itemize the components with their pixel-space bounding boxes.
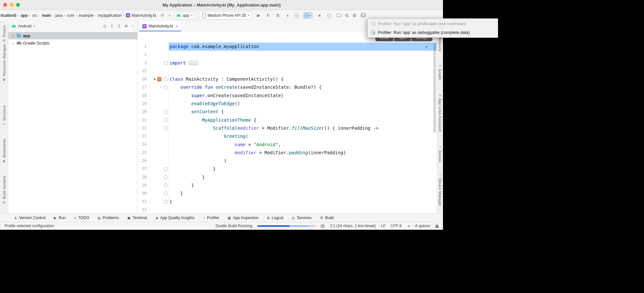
tool-stripe-item[interactable]: ▯Device Manager bbox=[437, 174, 443, 206]
tab-mainactivity[interactable]: K MainActivity.kt ✕ bbox=[139, 21, 182, 31]
tool-window-button-profiler[interactable]: ◔Profiler bbox=[203, 216, 219, 220]
code-text[interactable] bbox=[169, 206, 437, 214]
code-text[interactable] bbox=[169, 67, 437, 75]
breadcrumb-item[interactable]: src bbox=[32, 13, 37, 18]
inspection-ok-check-icon[interactable]: ✓ bbox=[425, 45, 428, 50]
indent-setting[interactable]: 4 spaces bbox=[415, 224, 430, 228]
apply-changes-icon[interactable]: ↻ bbox=[265, 13, 271, 18]
fold-marker[interactable] bbox=[164, 118, 168, 122]
tool-stripe-item[interactable]: Resource Manager▦ bbox=[0, 44, 8, 81]
fold-marker[interactable] bbox=[164, 86, 168, 89]
compose-gutter-icon[interactable]: <> bbox=[157, 77, 161, 81]
tool-stripe-item[interactable]: ●Gradle bbox=[437, 64, 443, 80]
breadcrumb-item[interactable]: MainActivity.kt bbox=[131, 13, 156, 18]
fold-marker[interactable] bbox=[164, 167, 168, 171]
device-manager-pill-icon[interactable] bbox=[336, 14, 341, 17]
code-text[interactable]: name = "Android", bbox=[169, 141, 437, 149]
tool-window-button-build[interactable]: ⚒Build bbox=[320, 216, 334, 220]
panel-settings-gear-icon[interactable]: ⚙ bbox=[124, 24, 128, 28]
tool-window-button-services[interactable]: ◎Services bbox=[292, 216, 312, 220]
settings-gear-icon[interactable]: ⚙ bbox=[352, 13, 357, 18]
code-text[interactable]: } bbox=[169, 173, 437, 181]
tool-stripe-item[interactable]: Build Variants▥ bbox=[0, 176, 8, 204]
vcs-widget[interactable]: ↺ ▾ bbox=[159, 13, 170, 18]
code-text[interactable] bbox=[169, 51, 437, 59]
code-text[interactable]: ) bbox=[169, 157, 437, 165]
fold-marker[interactable] bbox=[164, 176, 168, 179]
breadcrumb-item[interactable]: main bbox=[42, 13, 51, 18]
editor-scrollbar[interactable] bbox=[433, 43, 436, 133]
breadcrumb-item[interactable]: myapplication bbox=[98, 13, 121, 18]
code-text[interactable]: import ... bbox=[169, 59, 437, 67]
fold-marker[interactable] bbox=[164, 110, 168, 114]
override-gutter-icon[interactable]: ↑ bbox=[160, 83, 162, 91]
tool-window-button-version-control[interactable]: ⋔Version Control bbox=[14, 216, 45, 220]
code-text[interactable]: } bbox=[169, 165, 437, 173]
tool-window-button-run[interactable]: ▶Run bbox=[54, 216, 65, 220]
lock-icon[interactable] bbox=[436, 226, 438, 228]
fold-marker[interactable] bbox=[164, 184, 168, 187]
breadcrumb-item[interactable]: java bbox=[55, 13, 62, 18]
chevron-right-icon[interactable]: › bbox=[12, 33, 15, 38]
tree-item-app[interactable]: › app bbox=[8, 32, 137, 39]
code-text[interactable]: super.onCreate(savedInstanceState) bbox=[169, 92, 437, 100]
file-encoding[interactable]: UTF-8 bbox=[391, 224, 402, 228]
tool-stripe-item[interactable]: Bookmarks▣ bbox=[0, 139, 8, 163]
caret-position[interactable]: 2:1 (34 chars, 1 line break) bbox=[330, 224, 376, 228]
collapse-all-icon[interactable]: ↧ bbox=[110, 24, 113, 28]
tool-window-button-todo[interactable]: ≡TODO bbox=[74, 216, 89, 220]
search-icon[interactable]: ⚲ bbox=[344, 12, 350, 18]
tool-window-button-problems[interactable]: ◍Problems bbox=[98, 216, 119, 220]
code-text[interactable]: MyApplicationTheme { bbox=[169, 116, 437, 124]
menu-item-profileable[interactable]: Profiler: Run 'app' as profileable (low … bbox=[368, 19, 498, 28]
code-text[interactable]: enableEdgeToEdge() bbox=[169, 100, 437, 108]
code-text[interactable]: modifier = Modifier.padding(innerPadding… bbox=[169, 149, 437, 157]
tool-stripe-item[interactable]: ✦Gemini bbox=[437, 145, 443, 162]
fold-marker[interactable] bbox=[164, 77, 168, 81]
run-gutter-icon[interactable]: ▶ bbox=[154, 75, 156, 83]
breadcrumb-item[interactable]: app bbox=[21, 13, 28, 18]
expand-all-icon[interactable]: ↥ bbox=[117, 24, 120, 28]
tool-stripe-item[interactable]: ⊛App Links Assistant bbox=[437, 94, 443, 132]
project-view-select[interactable]: Android bbox=[18, 24, 31, 28]
fold-marker[interactable] bbox=[164, 200, 168, 204]
menu-item-debuggable[interactable]: Profiler: Run 'app' as debuggable (compl… bbox=[368, 28, 498, 37]
run-button[interactable]: ▶ bbox=[256, 13, 262, 18]
code-text[interactable]: Scaffold(modifier = Modifier.fillMaxSize… bbox=[169, 124, 437, 132]
fold-marker[interactable] bbox=[164, 61, 168, 65]
tool-stripe-item[interactable]: Project▤ bbox=[0, 25, 8, 42]
run-configuration-select[interactable]: app ▾ bbox=[173, 11, 196, 20]
code-text[interactable]: } bbox=[169, 189, 437, 197]
fold-marker[interactable] bbox=[164, 192, 168, 195]
breadcrumb-item[interactable]: example bbox=[79, 13, 93, 18]
code-text[interactable]: Greeting( bbox=[169, 132, 437, 140]
chevron-right-icon[interactable]: › bbox=[12, 41, 15, 46]
running-devices-icon[interactable]: ▢ bbox=[326, 13, 332, 18]
vcs-rollback-icon[interactable]: ↺ bbox=[159, 13, 165, 18]
breadcrumb-item[interactable]: com bbox=[67, 13, 74, 18]
code-text[interactable]: class MainActivity : ComponentActivity()… bbox=[169, 75, 437, 83]
tool-window-button-app-inspection[interactable]: ▦App Inspection bbox=[228, 216, 259, 220]
breadcrumb-item[interactable]: lication5 bbox=[1, 13, 16, 18]
user-avatar[interactable] bbox=[360, 13, 366, 18]
apply-code-changes-icon[interactable]: ≣ bbox=[275, 13, 281, 18]
debug-button[interactable]: ● bbox=[285, 14, 291, 17]
tree-item-gradle-scripts[interactable]: › Gradle Scripts bbox=[8, 39, 137, 47]
profile-low-overhead-icon[interactable] bbox=[294, 13, 299, 18]
stop-button[interactable]: ■ bbox=[317, 13, 322, 18]
code-editor[interactable]: Code Split Design 1package com.example.m… bbox=[138, 32, 437, 214]
tool-stripe-item[interactable]: Structure≔ bbox=[0, 105, 8, 126]
hide-panel-icon[interactable]: − bbox=[132, 24, 134, 28]
tool-window-button-logcat[interactable]: ≣Logcat bbox=[267, 216, 283, 220]
tool-window-button-terminal[interactable]: ▣Terminal bbox=[127, 216, 147, 220]
cancel-build-icon[interactable]: ✕ bbox=[321, 224, 325, 228]
device-select[interactable]: Medium Phone API 35 ▾ bbox=[199, 11, 252, 20]
profiler-dropdown-button[interactable]: ▾ bbox=[303, 12, 313, 19]
code-text[interactable]: package com.example.myapplication bbox=[169, 43, 437, 51]
locate-file-icon[interactable]: ◎ bbox=[103, 24, 106, 28]
line-separator[interactable]: LF bbox=[381, 224, 386, 228]
tool-window-button-app-quality-insights[interactable]: ◈App Quality Insights bbox=[156, 216, 195, 220]
code-text[interactable]: setContent { bbox=[169, 108, 437, 116]
code-text[interactable]: override fun onCreate(savedInstanceState… bbox=[169, 83, 437, 91]
close-tab-icon[interactable]: ✕ bbox=[176, 25, 178, 28]
